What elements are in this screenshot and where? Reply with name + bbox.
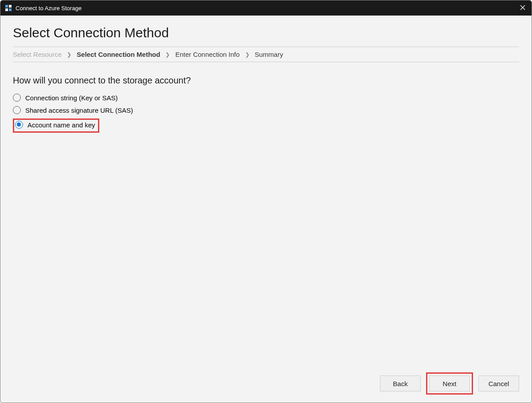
svg-rect-2 [5, 8, 8, 11]
breadcrumb-step-select-resource[interactable]: Select Resource [13, 51, 62, 58]
window-title: Connect to Azure Storage [16, 5, 82, 12]
titlebar: Connect to Azure Storage [0, 0, 532, 16]
highlight-annotation: Account name and key [13, 119, 99, 133]
dialog-content: Select Connection Method Select Resource… [0, 16, 532, 403]
option-account-name-key[interactable]: Account name and key [15, 121, 95, 129]
svg-rect-0 [5, 5, 8, 8]
option-label: Account name and key [27, 121, 95, 129]
question-label: How will you connect to the storage acco… [13, 75, 519, 86]
breadcrumb-step-enter-connection-info[interactable]: Enter Connection Info [175, 51, 239, 58]
svg-rect-1 [9, 5, 12, 8]
option-label: Shared access signature URL (SAS) [25, 107, 133, 114]
option-connection-string[interactable]: Connection string (Key or SAS) [13, 94, 519, 102]
option-sas-url[interactable]: Shared access signature URL (SAS) [13, 106, 519, 114]
radio-account-name-key[interactable] [15, 121, 23, 129]
breadcrumb: Select Resource ❯ Select Connection Meth… [13, 47, 519, 62]
chevron-right-icon: ❯ [245, 51, 250, 58]
options-group: Connection string (Key or SAS) Shared ac… [13, 94, 519, 133]
chevron-right-icon: ❯ [67, 51, 71, 58]
close-icon[interactable] [518, 4, 527, 12]
dialog-window: Connect to Azure Storage Select Connecti… [0, 0, 532, 403]
cancel-button[interactable]: Cancel [478, 375, 519, 391]
option-label: Connection string (Key or SAS) [25, 94, 117, 102]
back-button[interactable]: Back [380, 375, 421, 391]
radio-connection-string[interactable] [13, 94, 21, 102]
azure-storage-icon [5, 4, 12, 12]
radio-sas-url[interactable] [13, 106, 21, 114]
chevron-right-icon: ❯ [165, 51, 170, 58]
breadcrumb-step-select-connection-method[interactable]: Select Connection Method [77, 51, 160, 58]
footer-buttons: Back Next Cancel [380, 372, 519, 395]
breadcrumb-step-summary[interactable]: Summary [255, 51, 283, 58]
svg-rect-3 [9, 8, 12, 11]
next-button[interactable]: Next [429, 375, 470, 391]
titlebar-left: Connect to Azure Storage [5, 4, 82, 12]
page-title: Select Connection Method [13, 25, 519, 40]
highlight-annotation: Next [426, 372, 473, 395]
